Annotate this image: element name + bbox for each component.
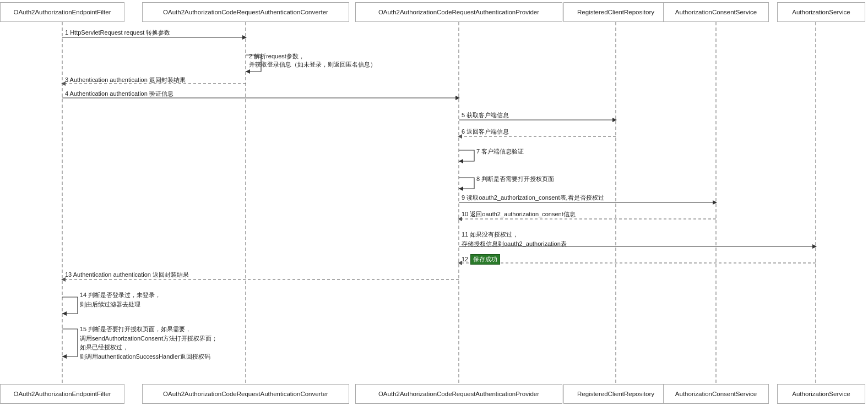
- msg-12-number: 12: [462, 255, 468, 264]
- msg-12-badge: 保存成功: [470, 254, 500, 265]
- msg-3-label: 3 Authentication authentication 返回封装结果: [65, 76, 186, 84]
- msg-10-label: 10 返回oauth2_authorization_consent信息: [462, 210, 576, 218]
- msg-7-label: 7 客户端信息验证: [476, 147, 524, 156]
- svg-marker-24: [812, 244, 817, 249]
- actor-filter-top: OAuth2AuthorizationEndpointFilter: [0, 2, 124, 22]
- actor-repo-top: RegisteredClientRepository: [563, 2, 668, 22]
- svg-marker-12: [455, 96, 460, 100]
- svg-marker-30: [62, 354, 67, 359]
- actor-consent-top: AuthorizationConsentService: [663, 2, 769, 22]
- msg-14-label: 14 判断是否登录过，未登录， 则由后续过滤器去处理: [80, 290, 161, 309]
- msg-13-label: 13 Authentication authentication 返回封装结果: [65, 271, 189, 279]
- svg-marker-29: [62, 311, 67, 316]
- msg-12-label: 12 保存成功: [462, 254, 500, 265]
- msg-8-label: 8 判断是否需要打开授权页面: [476, 175, 554, 183]
- msg-1-label: 1 HttpServletRequest request 转换参数: [65, 29, 170, 37]
- actor-provider-bottom: OAuth2AuthorizationCodeRequestAuthentica…: [355, 384, 562, 404]
- actor-authservice-bottom: AuthorizationService: [777, 384, 865, 404]
- msg-2-label: 2 解析request参数， 并获取登录信息（如未登录，则返回匿名信息）: [249, 52, 376, 69]
- svg-marker-17: [459, 159, 463, 163]
- svg-marker-8: [246, 69, 250, 74]
- svg-marker-14: [612, 118, 617, 122]
- msg-6-label: 6 返回客户端信息: [462, 128, 509, 136]
- actor-provider-top: OAuth2AuthorizationCodeRequestAuthentica…: [355, 2, 562, 22]
- sequence-diagram: OAuth2AuthorizationEndpointFilter OAuth2…: [0, 0, 868, 406]
- actor-converter-top: OAuth2AuthorizationCodeRequestAuthentica…: [142, 2, 349, 22]
- svg-marker-20: [713, 200, 717, 205]
- actor-converter-bottom: OAuth2AuthorizationCodeRequestAuthentica…: [142, 384, 349, 404]
- msg-5-label: 5 获取客户端信息: [462, 111, 509, 119]
- actor-consent-bottom: AuthorizationConsentService: [663, 384, 769, 404]
- actor-filter-bottom: OAuth2AuthorizationEndpointFilter: [0, 384, 124, 404]
- actor-repo-bottom: RegisteredClientRepository: [563, 384, 668, 404]
- svg-marker-7: [242, 35, 247, 40]
- actor-authservice-top: AuthorizationService: [777, 2, 865, 22]
- msg-11-label: 11 如果没有授权过， 存储授权信息到oauth2_authorization表: [462, 230, 567, 248]
- msg-9-label: 9 读取oauth2_authorization_consent表,看是否授权过: [462, 194, 604, 202]
- msg-4-label: 4 Authentication authentication 验证信息: [65, 90, 173, 98]
- msg-15-label: 15 判断是否要打开授权页面，如果需要， 调用sendAuthorization…: [80, 325, 218, 361]
- svg-marker-18: [459, 186, 463, 191]
